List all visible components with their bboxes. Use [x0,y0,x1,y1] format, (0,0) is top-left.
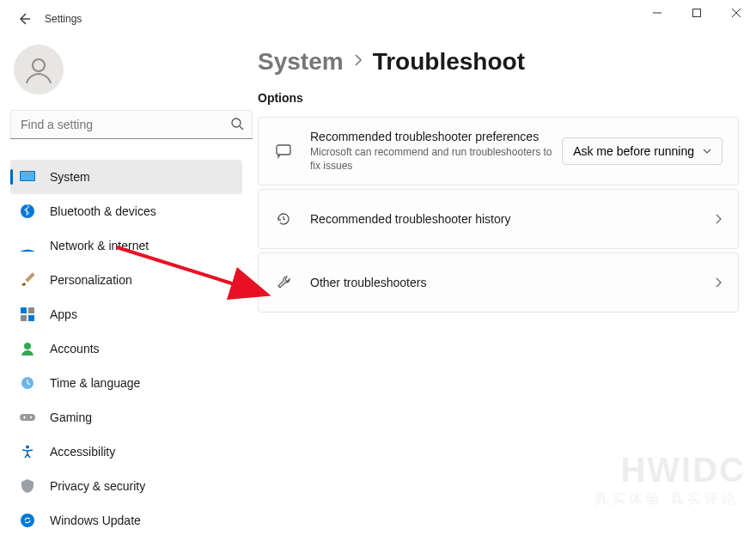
close-button[interactable] [716,0,756,26]
search-container [10,110,253,139]
card-history-title: Recommended troubleshooter history [310,212,716,226]
sidebar: System Bluetooth & devices Network & int… [0,38,258,541]
nav-item-update[interactable]: Windows Update [10,503,242,538]
nav-list: System Bluetooth & devices Network & int… [10,160,258,538]
section-title: Options [258,91,739,105]
bluetooth-icon [19,203,36,220]
user-block[interactable] [14,45,258,94]
nav-item-accounts[interactable]: Accounts [10,331,242,366]
card-history[interactable]: Recommended troubleshooter history [258,189,739,249]
chevron-down-icon [703,149,711,154]
personalization-icon [19,271,36,289]
svg-point-20 [21,514,34,527]
nav-item-privacy[interactable]: Privacy & security [10,469,242,503]
nav-label: Privacy & security [50,479,145,493]
accounts-icon [19,340,36,357]
breadcrumb-current: Troubleshoot [373,48,525,76]
svg-point-9 [21,204,34,218]
search-input[interactable] [10,110,253,139]
nav-item-system[interactable]: System [10,160,242,194]
network-icon [19,237,36,254]
svg-point-19 [26,446,29,449]
history-icon [274,211,293,227]
nav-label: Bluetooth & devices [50,204,156,218]
chevron-right-icon [354,54,363,70]
svg-point-4 [33,59,45,71]
close-icon [732,9,741,17]
nav-item-time[interactable]: Time & language [10,366,242,400]
nav-label: Time & language [50,376,140,390]
breadcrumb: System Troubleshoot [258,48,739,76]
svg-point-5 [232,119,241,127]
card-preferences-title: Recommended troubleshooter preferences [310,130,562,143]
back-arrow-icon [17,12,31,26]
breadcrumb-parent[interactable]: System [258,48,344,76]
nav-label: Network & internet [50,239,149,252]
dropdown-value: Ask me before running [573,144,694,158]
avatar-icon [23,54,54,85]
nav-label: Windows Update [50,514,141,527]
svg-rect-1 [693,9,701,17]
update-icon [19,512,36,529]
watermark: HWIDC [620,451,746,489]
svg-rect-10 [25,272,34,282]
wrench-icon [274,275,293,290]
maximize-button[interactable] [677,0,716,26]
titlebar: Settings [0,0,756,38]
preferences-dropdown[interactable]: Ask me before running [562,137,722,165]
minimize-icon [653,9,662,17]
card-other-title: Other troubleshooters [310,276,716,289]
avatar [14,45,64,94]
svg-rect-13 [21,315,27,321]
watermark-sub: 真实体验 真实评论 [594,490,739,508]
nav-item-gaming[interactable]: Gaming [10,400,242,435]
nav-label: Apps [50,307,77,321]
apps-icon [19,306,36,323]
back-button[interactable] [10,5,38,33]
svg-point-15 [24,343,31,350]
search-icon [230,117,244,134]
nav-item-apps[interactable]: Apps [10,297,242,331]
svg-rect-14 [28,315,34,321]
svg-point-18 [30,416,32,418]
chevron-right-icon [716,277,722,288]
nav-label: System [50,170,90,184]
app-title: Settings [45,13,82,25]
chevron-right-icon [716,214,722,224]
message-icon [274,143,293,159]
system-icon [19,168,36,185]
window-controls [637,0,756,26]
nav-item-accessibility[interactable]: Accessibility [10,435,242,469]
nav-label: Accounts [50,342,100,356]
svg-line-6 [240,126,243,130]
accessibility-icon [19,443,36,460]
nav-label: Gaming [50,410,92,424]
nav-item-network[interactable]: Network & internet [10,228,242,263]
nav-label: Personalization [50,273,132,287]
card-preferences-subtitle: Microsoft can recommend and run troubles… [310,145,562,173]
nav-label: Accessibility [50,445,115,459]
svg-rect-11 [21,307,27,313]
gaming-icon [19,409,36,426]
svg-rect-17 [20,414,35,421]
minimize-button[interactable] [637,0,677,26]
nav-item-bluetooth[interactable]: Bluetooth & devices [10,194,242,228]
card-preferences: Recommended troubleshooter preferences M… [258,117,739,185]
svg-rect-8 [21,172,34,180]
time-icon [19,374,36,392]
svg-rect-12 [28,307,34,313]
svg-rect-21 [277,145,290,155]
nav-item-personalization[interactable]: Personalization [10,263,242,297]
privacy-icon [19,477,36,495]
card-other-troubleshooters[interactable]: Other troubleshooters [258,252,739,313]
maximize-icon [692,9,701,17]
